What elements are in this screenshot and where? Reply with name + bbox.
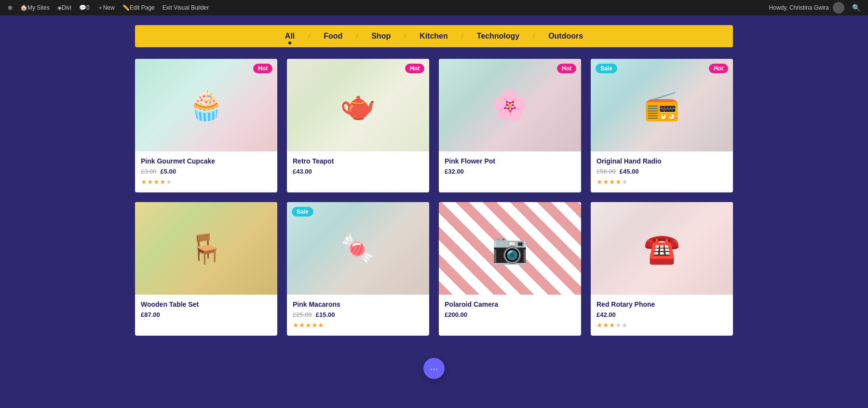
product-card[interactable]: Sale Hot 📻 Original Hand Radio £56.00 £4… (591, 59, 733, 192)
filter-nav: All / Food / Shop / Kitchen / Technology… (135, 25, 733, 47)
edit-page-label: Edit Page (130, 4, 155, 11)
comments-count: 0 (86, 4, 90, 11)
my-sites-icon: 🏠 (20, 4, 27, 11)
sep-4: / (461, 32, 463, 40)
product-emoji: 📷 (492, 231, 528, 265)
product-card[interactable]: 📷 Polaroid Camera £200.00 (439, 202, 581, 336)
product-name: Wooden Table Set (141, 300, 271, 308)
float-dots-icon: ··· (430, 363, 438, 374)
price-sale: £45.00 (620, 168, 639, 175)
sale-badge: Sale (596, 64, 617, 73)
price-sale: £15.00 (316, 311, 335, 318)
star-filled: ★ (609, 178, 615, 186)
admin-bar: ⊕ 🏠 My Sites ◈ Divi 💬 0 ＋ New ✏️ Edit Pa… (0, 0, 868, 15)
star-filled: ★ (153, 178, 160, 186)
hot-badge: Hot (253, 64, 272, 73)
star-filled: ★ (597, 321, 603, 329)
product-card[interactable]: Hot 🧁 Pink Gourmet Cupcake £3.00 £5.00 ★… (135, 59, 277, 192)
plus-icon: ＋ (97, 4, 103, 12)
star-empty: ★ (166, 178, 172, 186)
product-emoji: 🫖 (340, 88, 376, 122)
product-price: £87.00 (141, 311, 271, 318)
product-grid: Hot 🧁 Pink Gourmet Cupcake £3.00 £5.00 ★… (135, 59, 733, 336)
product-image: 📷 (439, 202, 581, 295)
product-emoji: 🍬 (340, 231, 376, 265)
exit-builder-label: Exit Visual Builder (163, 4, 209, 11)
filter-technology[interactable]: Technology (477, 32, 520, 41)
star-filled: ★ (299, 321, 305, 329)
product-card[interactable]: Hot 🌸 Pink Flower Pot £32.00 (439, 59, 581, 192)
avatar (833, 2, 844, 14)
sep-5: / (533, 32, 535, 40)
product-card[interactable]: ☎️ Red Rotary Phone £42.00 ★★★★★ (591, 202, 733, 336)
star-filled: ★ (603, 321, 609, 329)
product-price: £200.00 (445, 311, 575, 318)
product-image: 🪑 (135, 202, 277, 295)
admin-exit-builder[interactable]: Exit Visual Builder (159, 0, 213, 15)
product-emoji: 🧁 (188, 88, 224, 122)
product-card[interactable]: Hot 🫖 Retro Teapot £43.00 (287, 59, 429, 192)
product-name: Pink Gourmet Cupcake (141, 157, 271, 165)
hot-badge: Hot (405, 64, 424, 73)
admin-edit-page[interactable]: ✏️ Edit Page (119, 0, 159, 15)
admin-bar-right: Howdy, Christina Gwira 🔍 (769, 2, 864, 14)
filter-food[interactable]: Food (324, 32, 342, 41)
filter-all-label: All (285, 32, 295, 41)
star-filled: ★ (603, 178, 609, 186)
product-image: Sale Hot 📻 (591, 59, 733, 151)
divi-label: Divi (62, 4, 71, 11)
price-normal: £200.00 (445, 311, 467, 318)
product-stars: ★★★★★ (293, 321, 423, 329)
wp-logo-icon: ⊕ (8, 4, 13, 11)
hot-badge: Hot (709, 64, 728, 73)
product-name: Polaroid Camera (445, 300, 575, 308)
filter-shop-label: Shop (371, 32, 391, 41)
star-empty: ★ (622, 178, 628, 186)
product-emoji: 🌸 (492, 88, 528, 122)
product-price: £3.00 £5.00 (141, 168, 271, 175)
admin-wp-icon[interactable]: ⊕ (4, 0, 16, 15)
search-icon[interactable]: 🔍 (848, 4, 864, 12)
admin-my-sites[interactable]: 🏠 My Sites (16, 0, 54, 15)
admin-comments[interactable]: 💬 0 (75, 0, 94, 15)
product-info: Retro Teapot £43.00 (287, 151, 429, 185)
price-sale: £5.00 (161, 168, 176, 175)
product-image: Hot 🧁 (135, 59, 277, 151)
star-empty: ★ (622, 321, 628, 329)
product-price: £43.00 (293, 168, 423, 175)
star-filled: ★ (147, 178, 153, 186)
product-name: Pink Macarons (293, 300, 423, 308)
star-filled: ★ (597, 178, 603, 186)
filter-technology-label: Technology (477, 32, 520, 41)
hot-badge: Hot (557, 64, 576, 73)
product-info: Red Rotary Phone £42.00 ★★★★★ (591, 295, 733, 336)
star-filled: ★ (141, 178, 147, 186)
product-name: Retro Teapot (293, 157, 423, 165)
comments-icon: 💬 (79, 4, 86, 11)
price-original: £56.00 (597, 168, 616, 175)
product-price: £42.00 (597, 311, 727, 318)
product-image: Hot 🫖 (287, 59, 429, 151)
star-filled: ★ (609, 321, 615, 329)
admin-new[interactable]: ＋ New (94, 0, 119, 15)
price-original: £3.00 (141, 168, 157, 175)
price-normal: £87.00 (141, 311, 160, 318)
sale-badge: Sale (292, 207, 313, 217)
sep-3: / (404, 32, 406, 40)
main-content: All / Food / Shop / Kitchen / Technology… (0, 15, 868, 408)
filter-shop[interactable]: Shop (371, 32, 391, 41)
product-info: Original Hand Radio £56.00 £45.00 ★★★★★ (591, 151, 733, 192)
admin-divi[interactable]: ◈ Divi (54, 0, 75, 15)
price-original: £25.00 (293, 311, 312, 318)
product-card[interactable]: Sale 🍬 Pink Macarons £25.00 £15.00 ★★★★★ (287, 202, 429, 336)
product-card[interactable]: 🪑 Wooden Table Set £87.00 (135, 202, 277, 336)
filter-kitchen[interactable]: Kitchen (420, 32, 448, 41)
star-filled: ★ (305, 321, 312, 329)
float-menu-button[interactable]: ··· (423, 358, 445, 379)
filter-outdoors[interactable]: Outdoors (548, 32, 583, 41)
filter-all[interactable]: All (285, 32, 295, 41)
product-image: Sale 🍬 (287, 202, 429, 295)
product-stars: ★★★★★ (597, 321, 727, 329)
product-image: Hot 🌸 (439, 59, 581, 151)
product-price: £32.00 (445, 168, 575, 175)
